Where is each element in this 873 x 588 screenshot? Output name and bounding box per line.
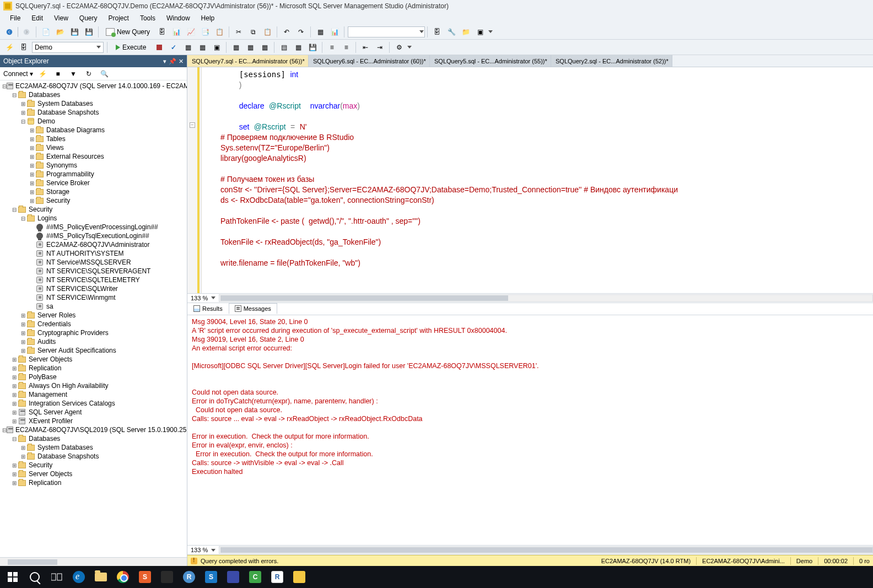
- rstudio-icon[interactable]: R: [180, 569, 198, 585]
- stop-oe-icon[interactable]: ■: [52, 68, 64, 80]
- app-dark-icon[interactable]: [158, 569, 176, 585]
- tree-row[interactable]: ⊟EC2AMAZ-68OQ7JV (SQL Server 14.0.1000.1…: [0, 82, 187, 90]
- filter-icon[interactable]: ▼: [67, 68, 79, 80]
- tree-row[interactable]: NT Service\MSSQLSERVER: [0, 258, 187, 267]
- expand-icon[interactable]: ⊞: [29, 189, 35, 195]
- expand-icon[interactable]: ⊞: [29, 154, 35, 160]
- expand-icon[interactable]: ⊞: [20, 110, 26, 116]
- expand-icon[interactable]: ⊞: [11, 357, 18, 363]
- results-grid-icon[interactable]: ▦: [292, 41, 304, 53]
- tree-row[interactable]: NT AUTHORITY\SYSTEM: [0, 249, 187, 258]
- oe-horizontal-scrollbar[interactable]: [0, 557, 187, 566]
- object-explorer-tree[interactable]: ⊟EC2AMAZ-68OQ7JV (SQL Server 14.0.1000.1…: [0, 80, 187, 557]
- tree-row[interactable]: ⊞Credentials: [0, 320, 187, 328]
- new-query-button[interactable]: New Query: [102, 26, 154, 37]
- undo-icon[interactable]: ↶: [281, 26, 293, 38]
- app-purple-icon[interactable]: [224, 569, 242, 585]
- specify-values-icon[interactable]: ⚙: [393, 41, 405, 53]
- collapse-icon[interactable]: ⊟: [20, 215, 26, 222]
- expand-icon[interactable]: ⊞: [11, 374, 18, 380]
- template-icon[interactable]: 📁: [460, 26, 472, 38]
- tree-row[interactable]: ⊟EC2AMAZ-68OQ7JV\SQL2019 (SQL Server 15.…: [0, 425, 187, 434]
- tree-row[interactable]: ⊞Cryptographic Providers: [0, 328, 187, 337]
- tree-row[interactable]: ⊞XEvent Profiler: [0, 417, 187, 425]
- intellisense-icon[interactable]: ▣: [211, 41, 223, 53]
- tree-row[interactable]: ⊞SQL Server Agent: [0, 408, 187, 417]
- expand-icon[interactable]: ⊞: [20, 330, 26, 336]
- nav-forward-button[interactable]: [20, 26, 33, 38]
- tree-row[interactable]: ⊞Views: [0, 143, 187, 152]
- app-orange-icon[interactable]: S: [136, 569, 154, 585]
- expand-icon[interactable]: ⊞: [29, 163, 35, 169]
- expand-icon[interactable]: ⊞: [29, 127, 35, 133]
- live-stats-icon[interactable]: ▦: [244, 41, 256, 53]
- collapse-icon[interactable]: ⊟: [11, 92, 18, 98]
- menu-view[interactable]: View: [48, 13, 74, 23]
- menu-file[interactable]: File: [4, 13, 26, 23]
- snip-icon[interactable]: S: [202, 569, 220, 585]
- tree-row[interactable]: ⊞Database Diagrams: [0, 126, 187, 134]
- tree-row[interactable]: ⊟Demo: [0, 117, 187, 126]
- tree-row[interactable]: ⊞Audits: [0, 337, 187, 346]
- expand-icon[interactable]: ⊞: [20, 312, 26, 319]
- cut-icon[interactable]: ✂: [233, 26, 245, 38]
- editor-tab[interactable]: SQLQuery5.sql - EC...Administrator (55))…: [430, 55, 551, 67]
- tree-row[interactable]: EC2AMAZ-68OQ7JV\Administrator: [0, 240, 187, 249]
- panel-pin-icon[interactable]: 📌: [169, 58, 176, 65]
- tree-row[interactable]: ##MS_PolicyEventProcessingLogin##: [0, 223, 187, 231]
- menu-tools[interactable]: Tools: [134, 13, 161, 23]
- chrome-icon[interactable]: [114, 569, 132, 585]
- expand-icon[interactable]: ⊞: [29, 198, 35, 204]
- tree-row[interactable]: ⊞External Resources: [0, 152, 187, 161]
- ssms-taskbar-icon[interactable]: [290, 569, 309, 585]
- paste-icon[interactable]: 📋: [261, 26, 273, 38]
- open-file-icon[interactable]: 📂: [54, 26, 66, 38]
- tree-row[interactable]: ⊞Server Objects: [0, 355, 187, 364]
- menu-window[interactable]: Window: [161, 13, 196, 23]
- expand-icon[interactable]: ⊞: [11, 365, 18, 371]
- nav-back-button[interactable]: [3, 26, 15, 38]
- expand-icon[interactable]: ⊞: [20, 101, 26, 107]
- results-tab[interactable]: Results: [187, 303, 229, 314]
- tree-row[interactable]: ⊞Database Snapshots: [0, 108, 187, 117]
- tree-row[interactable]: ⊞System Databases: [0, 99, 187, 108]
- stop-button[interactable]: [153, 41, 165, 53]
- tree-row[interactable]: sa: [0, 302, 187, 311]
- query-options-icon[interactable]: ▦: [196, 41, 208, 53]
- tree-row[interactable]: ⊞Programmability: [0, 170, 187, 179]
- ie-icon[interactable]: [69, 569, 88, 585]
- collapse-icon[interactable]: ⊟: [2, 427, 7, 433]
- parse-button[interactable]: ✓: [168, 41, 180, 53]
- copy-icon[interactable]: ⧉: [247, 26, 259, 38]
- messages-output[interactable]: Msg 39004, Level 16, State 20, Line 0 A …: [187, 315, 873, 546]
- results-text-icon[interactable]: ▤: [278, 41, 290, 53]
- expand-icon[interactable]: ⊞: [20, 348, 26, 354]
- tree-row[interactable]: ⊞Server Objects: [0, 470, 187, 478]
- increase-indent-icon[interactable]: ⇥: [374, 41, 386, 53]
- available-db-icon[interactable]: 🗄: [18, 41, 30, 53]
- expand-icon[interactable]: ⊞: [11, 383, 18, 389]
- collapse-icon[interactable]: ⊟: [2, 83, 7, 89]
- uncomment-icon[interactable]: ≡: [340, 41, 352, 53]
- search-icon[interactable]: [25, 569, 44, 585]
- toolbar-overflow-icon[interactable]: [488, 30, 493, 33]
- editor-horizontal-scrollbar[interactable]: [219, 294, 873, 302]
- quick-launch-search[interactable]: [348, 26, 425, 37]
- messages-horizontal-scrollbar[interactable]: [219, 546, 873, 554]
- menu-edit[interactable]: Edit: [26, 13, 48, 23]
- expand-icon[interactable]: ⊞: [11, 409, 18, 416]
- xmla-query-icon[interactable]: 📋: [213, 26, 225, 38]
- task-view-icon[interactable]: [47, 569, 66, 585]
- expand-icon[interactable]: ⊞: [20, 339, 26, 345]
- comment-icon[interactable]: ▦: [314, 26, 326, 38]
- change-connection-icon[interactable]: ⚡: [3, 41, 15, 53]
- mdx-query-icon[interactable]: 📈: [185, 26, 197, 38]
- tree-row[interactable]: ##MS_PolicyTsqlExecutionLogin##: [0, 231, 187, 240]
- oe-search-icon[interactable]: 🔍: [98, 68, 110, 80]
- app-green-icon[interactable]: C: [246, 569, 265, 585]
- editor-tab[interactable]: SQLQuery7.sql - EC...Administrator (56))…: [187, 55, 309, 67]
- collapse-icon[interactable]: ⊟: [11, 207, 18, 213]
- tree-row[interactable]: ⊞System Databases: [0, 443, 187, 452]
- expand-icon[interactable]: ⊞: [20, 445, 26, 451]
- tree-row[interactable]: ⊞Replication: [0, 478, 187, 487]
